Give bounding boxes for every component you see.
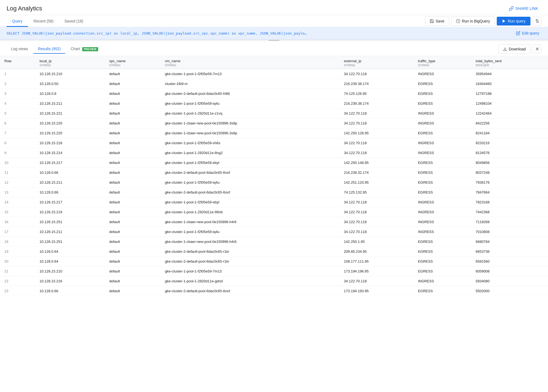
cell-vpc-name: default: [105, 276, 161, 286]
cell-vm-name: gke-cluster-1-pool-1-f2f05e59-iq4u: [161, 99, 339, 109]
cell-vm-name: gke-cluster-1-pool-1-f2f05e59-7m13: [161, 69, 339, 79]
cell-local-ip: 10.128.15.221: [35, 109, 105, 118]
cell-vm-name: gke-cluster-2-default-pool-6dac0c65-r1kr: [161, 247, 339, 257]
cell-external-ip: 34.122.70.118: [339, 197, 413, 207]
cell-local-ip: 10.128.15.217: [35, 197, 105, 207]
cell-external-ip: 142.250.148.95: [339, 158, 413, 168]
cell-traffic-type: EGRESS: [413, 128, 471, 138]
cell-traffic-type: INGRESS: [413, 217, 471, 227]
tab-recent[interactable]: Recent (58): [28, 15, 59, 27]
cell-external-ip: 34.122.70.118: [339, 69, 413, 79]
cell-vm-name: gke-cluster-2-default-pool-6dac0c65-r1kr: [161, 257, 339, 266]
cell-local-ip: 10.128.15.217: [35, 158, 105, 168]
cell-row-num: 18: [0, 237, 35, 247]
cell-total-bytes-sent: 5502000: [471, 286, 548, 296]
cell-vm-name: gke-cluster-1-cbaer-new-pool-0e150996-h4…: [161, 217, 339, 227]
cell-vpc-name: default: [105, 286, 161, 296]
cell-traffic-type: INGRESS: [413, 138, 471, 148]
table-row: 2 10.128.0.50 default cluster-1fb9-m 216…: [0, 79, 548, 89]
cell-total-bytes-sent: 6581560: [471, 257, 548, 266]
cell-external-ip: 142.250.128.95: [339, 128, 413, 138]
save-button[interactable]: Save: [425, 16, 449, 26]
col-header-local-ip[interactable]: local_ip STRING: [35, 56, 105, 69]
cell-vpc-name: default: [105, 227, 161, 237]
cell-vpc-name: default: [105, 207, 161, 217]
download-label: Download: [509, 47, 526, 51]
tab-results[interactable]: Results (952): [33, 44, 65, 54]
cell-local-ip: 10.128.0.66: [35, 188, 105, 197]
cell-row-num: 21: [0, 266, 35, 276]
cell-vm-name: gke-cluster-1-pool-1-2820d11e-z1vq: [161, 109, 339, 118]
toolbar-buttons: Save Run in BigQuery Run query ⇅: [425, 16, 541, 26]
collapse-icon: ✕: [535, 46, 539, 52]
results-table: Row local_ip STRING vpc_name STRING vm_n…: [0, 56, 548, 296]
cell-external-ip: 216.239.38.174: [339, 99, 413, 109]
cell-vm-name: cluster-1fb9-m: [161, 79, 339, 89]
cell-vm-name: gke-cluster-1-cbaer-new-pool-0e150996-3s…: [161, 128, 339, 138]
cell-traffic-type: EGRESS: [413, 99, 471, 109]
cell-row-num: 14: [0, 197, 35, 207]
cell-local-ip: 10.128.15.220: [35, 118, 105, 128]
table-row: 22 10.128.15.216 default gke-cluster-1-p…: [0, 276, 548, 286]
table-row: 4 10.128.15.211 default gke-cluster-1-po…: [0, 99, 548, 109]
cell-traffic-type: EGRESS: [413, 286, 471, 296]
run-query-button[interactable]: Run query: [497, 17, 530, 25]
cell-local-ip: 10.128.0.50: [35, 79, 105, 89]
cell-external-ip: 34.122.70.118: [339, 118, 413, 128]
table-row: 8 10.128.15.218 default gke-cluster-1-po…: [0, 138, 548, 148]
cell-vm-name: gke-cluster-1-pool-1-f2f05e59-ebyl: [161, 197, 339, 207]
tab-saved[interactable]: Saved (18): [59, 15, 89, 27]
cell-vpc-name: default: [105, 138, 161, 148]
cell-local-ip: 10.128.15.210: [35, 69, 105, 79]
collapse-button[interactable]: ✕: [533, 45, 541, 53]
col-header-vpc-name[interactable]: vpc_name STRING: [105, 56, 161, 69]
expand-button[interactable]: ⇅: [533, 17, 541, 25]
download-button[interactable]: Download: [498, 44, 530, 54]
cell-external-ip: 142.251.120.95: [339, 178, 413, 188]
table-row: 20 10.128.0.64 default gke-cluster-2-def…: [0, 257, 548, 266]
cell-total-bytes-sent: 8049856: [471, 158, 548, 168]
tab-log-views[interactable]: Log views: [7, 44, 32, 54]
cell-traffic-type: EGRESS: [413, 89, 471, 99]
tab-chart[interactable]: Chart PREVIEW: [66, 44, 102, 54]
cell-vm-name: gke-cluster-1-pool-1-2820d11e-8ng2: [161, 148, 339, 158]
cell-total-bytes-sent: 16404460: [471, 79, 548, 89]
cell-vpc-name: default: [105, 148, 161, 158]
edit-query-button[interactable]: Edit query: [514, 30, 541, 36]
col-header-external-ip[interactable]: external_ip STRING: [339, 56, 413, 69]
cell-vm-name: gke-cluster-2-default-pool-6dac0c65-6nof: [161, 168, 339, 178]
page-title: Log Analytics: [7, 5, 42, 12]
cell-local-ip: 10.128.15.210: [35, 266, 105, 276]
cell-row-num: 22: [0, 276, 35, 286]
col-header-traffic-type[interactable]: traffic_type STRING: [413, 56, 471, 69]
play-icon: [502, 19, 506, 23]
cell-traffic-type: INGRESS: [413, 207, 471, 217]
share-link-button[interactable]: SHARE LINK: [506, 4, 541, 13]
cell-row-num: 4: [0, 99, 35, 109]
cell-traffic-type: EGRESS: [413, 237, 471, 247]
cell-total-bytes-sent: 8422256: [471, 118, 548, 128]
tab-query[interactable]: Query: [7, 15, 28, 27]
bigquery-icon: [456, 19, 460, 23]
cell-external-ip: 74.125.132.95: [339, 188, 413, 197]
query-bar: SELECT JSON_VALUE(json_payload.connectio…: [0, 27, 548, 39]
cell-total-bytes-sent: 6059008: [471, 266, 548, 276]
col-header-total-bytes-sent[interactable]: total_bytes_sent INTEGER: [471, 56, 548, 69]
cell-row-num: 7: [0, 128, 35, 138]
cell-vm-name: gke-cluster-1-pool-1-f2f05e59-ebyl: [161, 158, 339, 168]
table-row: 9 10.128.15.214 default gke-cluster-1-po…: [0, 148, 548, 158]
cell-external-ip: 216.239.38.174: [339, 79, 413, 89]
cell-external-ip: 34.122.70.118: [339, 207, 413, 217]
cell-row-num: 9: [0, 148, 35, 158]
cell-local-ip: 10.128.15.251: [35, 237, 105, 247]
run-in-bigquery-button[interactable]: Run in BigQuery: [451, 16, 495, 26]
table-row: 1 10.128.15.210 default gke-cluster-1-po…: [0, 69, 548, 79]
cell-total-bytes-sent: 7823168: [471, 197, 548, 207]
cell-traffic-type: EGRESS: [413, 188, 471, 197]
cell-local-ip: 10.128.15.219: [35, 207, 105, 217]
tabs-bar: Query Recent (58) Saved (18) Save Run in…: [0, 15, 548, 27]
cell-external-ip: 34.122.70.118: [339, 138, 413, 148]
cell-vpc-name: default: [105, 188, 161, 197]
cell-total-bytes-sent: 12797188: [471, 89, 548, 99]
col-header-vm-name[interactable]: vm_name STRING: [161, 56, 339, 69]
